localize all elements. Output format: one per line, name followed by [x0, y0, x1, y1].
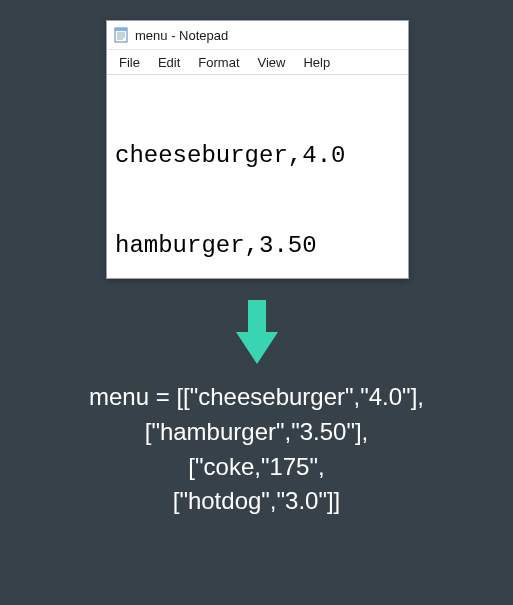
menu-edit[interactable]: Edit — [150, 53, 188, 72]
down-arrow-icon — [236, 300, 278, 364]
svg-rect-1 — [115, 28, 127, 31]
menu-format[interactable]: Format — [190, 53, 247, 72]
code-output: menu = [["cheeseburger","4.0"], ["hambur… — [0, 380, 513, 519]
notepad-icon — [113, 27, 129, 43]
menubar: File Edit Format View Help — [107, 50, 408, 75]
editor-line: cheeseburger,4.0 — [115, 141, 400, 171]
code-line: ["hamburger","3.50"], — [0, 415, 513, 450]
menu-view[interactable]: View — [250, 53, 294, 72]
notepad-window: menu - Notepad File Edit Format View Hel… — [106, 20, 409, 279]
menu-file[interactable]: File — [111, 53, 148, 72]
code-line: ["coke,"175", — [0, 450, 513, 485]
diagram-stage: menu - Notepad File Edit Format View Hel… — [0, 0, 513, 605]
code-line: ["hotdog","3.0"]] — [0, 484, 513, 519]
code-line: menu = [["cheeseburger","4.0"], — [0, 380, 513, 415]
titlebar: menu - Notepad — [107, 21, 408, 50]
svg-marker-6 — [236, 300, 278, 364]
window-title: menu - Notepad — [135, 28, 228, 43]
editor-line: hamburger,3.50 — [115, 231, 400, 261]
menu-help[interactable]: Help — [295, 53, 338, 72]
editor-area[interactable]: cheeseburger,4.0 hamburger,3.50 coke,1.7… — [107, 75, 408, 278]
